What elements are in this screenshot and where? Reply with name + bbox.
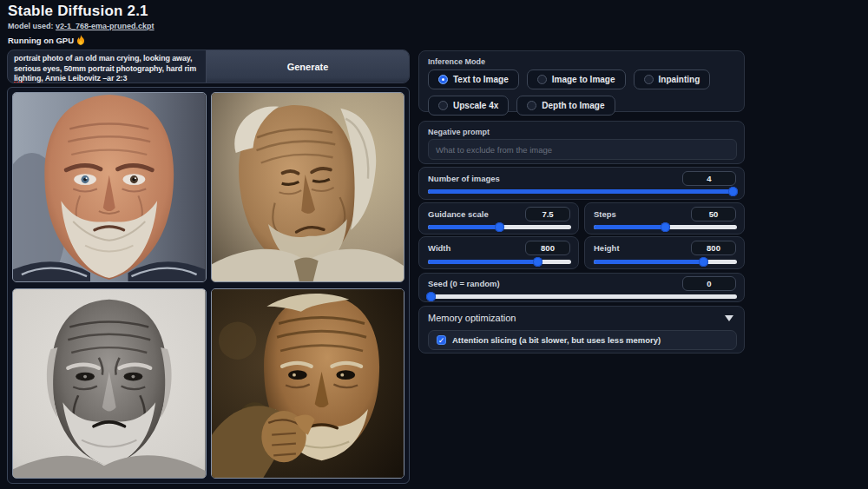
model-used-line: Model used: v2-1_768-ema-pruned.ckpt — [8, 22, 155, 30]
inference-option-label: Upscale 4x — [453, 101, 498, 110]
memory-optimization-title: Memory optimization — [428, 313, 516, 323]
height-label: Height — [594, 243, 620, 253]
inference-mode-label: Inference Mode — [428, 57, 485, 66]
height-slider[interactable] — [594, 257, 737, 267]
generated-image-2[interactable] — [211, 92, 405, 282]
seed-section: Seed (0 = random) 0 — [418, 273, 745, 302]
generated-image-3[interactable] — [12, 288, 207, 479]
radio-icon[interactable] — [438, 101, 448, 110]
model-checkpoint-link[interactable]: v2-1_768-ema-pruned.ckpt — [56, 22, 155, 30]
inference-option-inpainting[interactable]: Inpainting — [634, 69, 711, 89]
slider-handle[interactable] — [699, 257, 708, 267]
generate-button[interactable]: Generate — [206, 50, 409, 83]
guidance-scale-slider[interactable] — [428, 222, 571, 232]
attention-slicing-checkbox[interactable]: ✓ — [437, 335, 446, 345]
radio-icon[interactable] — [537, 75, 547, 84]
steps-slider[interactable] — [594, 222, 737, 232]
number-of-images-value[interactable]: 4 — [682, 171, 736, 186]
model-used-label: Model used: — [8, 22, 54, 30]
radio-icon[interactable] — [527, 101, 536, 110]
width-section: Width 800 — [418, 236, 579, 269]
radio-icon[interactable] — [438, 75, 448, 84]
slider-handle[interactable] — [661, 222, 670, 232]
width-label: Width — [428, 243, 450, 253]
prompt-row: portrait photo of an old man crying, loo… — [7, 50, 410, 83]
seed-value[interactable]: 0 — [682, 276, 736, 291]
guidance-scale-label: Guidance scale — [428, 209, 489, 219]
width-slider[interactable] — [428, 257, 571, 267]
slider-handle[interactable] — [495, 222, 504, 232]
width-value[interactable]: 800 — [525, 241, 570, 255]
memory-optimization-section: Memory optimization ✓ Attention slicing … — [418, 306, 745, 354]
generated-image-1[interactable] — [12, 92, 207, 282]
running-on-gpu: Running on GPU — [8, 35, 85, 45]
inference-option-label: Depth to Image — [542, 101, 604, 110]
slider-handle[interactable] — [533, 257, 542, 267]
inference-option-label: Image to Image — [552, 75, 615, 84]
spellcheck-underline — [14, 82, 23, 83]
running-on-gpu-label: Running on GPU — [8, 36, 74, 45]
number-of-images-slider[interactable] — [428, 187, 737, 196]
prompt-input[interactable]: portrait photo of an old man crying, loo… — [8, 50, 206, 83]
inference-option-image-to-image[interactable]: Image to Image — [527, 69, 626, 89]
seed-slider[interactable] — [428, 292, 737, 301]
guidance-scale-value[interactable]: 7.5 — [525, 207, 570, 221]
chevron-down-icon — [725, 315, 733, 321]
seed-label: Seed (0 = random) — [428, 279, 500, 288]
number-of-images-label: Number of images — [428, 174, 500, 183]
guidance-scale-section: Guidance scale 7.5 — [418, 202, 579, 235]
steps-section: Steps 50 — [584, 202, 745, 235]
inference-mode-options: Text to ImageImage to ImageInpaintingUps… — [428, 69, 737, 116]
steps-value[interactable]: 50 — [691, 207, 736, 221]
inference-option-upscale-4x[interactable]: Upscale 4x — [428, 96, 509, 116]
inference-option-label: Inpainting — [659, 75, 700, 84]
prompt-text: portrait photo of an old man crying, loo… — [14, 54, 196, 83]
slider-handle[interactable] — [426, 292, 436, 301]
inference-option-label: Text to Image — [453, 75, 509, 84]
negative-prompt-label: Negative prompt — [428, 128, 490, 136]
page-title: Stable Diffusion 2.1 — [8, 3, 148, 20]
generated-images-gallery — [7, 87, 410, 484]
number-of-images-section: Number of images 4 — [418, 167, 745, 200]
attention-slicing-label: Attention slicing (a bit slower, but use… — [452, 335, 661, 345]
slider-handle[interactable] — [728, 187, 738, 196]
inference-mode-section: Inference Mode Text to ImageImage to Ima… — [418, 50, 745, 112]
inference-option-text-to-image[interactable]: Text to Image — [428, 69, 519, 89]
generated-image-4[interactable] — [211, 288, 405, 479]
negative-prompt-input[interactable] — [428, 139, 737, 160]
attention-slicing-row[interactable]: ✓ Attention slicing (a bit slower, but u… — [428, 330, 737, 350]
inference-option-depth-to-image[interactable]: Depth to Image — [516, 96, 615, 116]
height-value[interactable]: 800 — [691, 241, 736, 255]
negative-prompt-section: Negative prompt — [418, 121, 745, 164]
radio-icon[interactable] — [644, 75, 654, 84]
height-section: Height 800 — [584, 236, 745, 269]
steps-label: Steps — [594, 209, 616, 219]
memory-optimization-accordion[interactable]: Memory optimization — [419, 307, 744, 327]
fire-icon — [76, 35, 85, 45]
